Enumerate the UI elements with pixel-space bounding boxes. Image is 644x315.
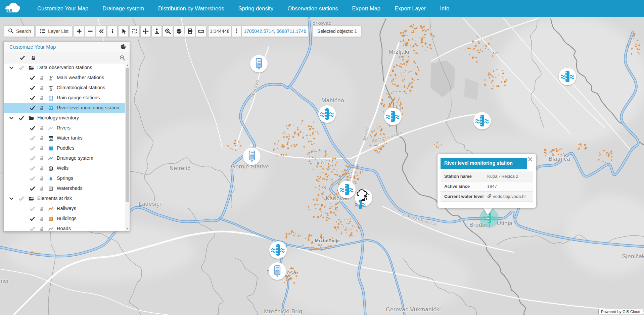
layer-item-rain-gauge-stations[interactable]: Rain gauge stations [4,93,125,103]
lock-icon[interactable] [39,146,44,152]
layer-item-drainage-system[interactable]: Drainage system [4,153,125,163]
street-view-button[interactable] [151,25,162,37]
wells-layer-icon [48,166,54,172]
layer-label: Roads [57,226,71,231]
nav-item-observation-stations[interactable]: Observation stations [280,0,345,17]
layer-item-railways[interactable]: Railways [4,204,125,214]
station-marker-rain[interactable] [243,148,261,165]
visibility-check-icon[interactable] [30,146,35,152]
scale-display[interactable]: 1:144448 [208,25,231,37]
lock-icon[interactable] [39,216,44,222]
visibility-check-icon[interactable] [18,115,24,122]
layer-item-climatological-stations[interactable]: Climatological stations [4,83,125,93]
visibility-check-icon[interactable] [30,176,35,182]
search-label: Search [16,29,31,34]
lock-icon[interactable] [39,176,44,182]
gis-cloud-logo[interactable]: GIS [4,2,23,15]
lock-icon[interactable] [39,125,44,132]
collapse-button[interactable] [96,25,106,37]
layer-item-main-weather-stations[interactable]: Main weather stations [4,73,125,83]
layer-item-river-level-monitoring-station[interactable]: River level monitoring station [4,103,125,113]
measure-button[interactable] [196,25,206,37]
nav-item-drainage-system[interactable]: Drainage system [95,0,151,17]
visibility-check-icon[interactable] [30,156,35,162]
box-select-button[interactable] [129,25,140,37]
attribute-value[interactable]: vodostaji.voda.hr [487,194,526,199]
station-marker-water[interactable] [338,181,356,198]
chevron-down-icon[interactable] [9,65,14,71]
zoom-to-extent-globe-icon[interactable] [120,44,126,51]
station-marker-water[interactable] [559,68,576,85]
layer-group-hidrology-inventory[interactable]: Hidrology inventory [4,113,125,123]
layer-item-water-tanks[interactable]: Water tanks [4,133,125,143]
zoom-to-layer-icon[interactable] [119,55,126,62]
layer-item-watersheds[interactable]: Watersheds [4,183,125,194]
layer-item-buildings[interactable]: Buildings [4,214,125,224]
visibility-check-icon[interactable] [18,196,24,203]
nav-item-spring-density[interactable]: Spring density [231,0,281,17]
nav-item-customize-your-map[interactable]: Customize Your Map [30,0,95,17]
search-button[interactable]: Search [4,25,35,37]
chevron-down-icon[interactable] [9,196,14,202]
nav-item-export-map[interactable]: Export Map [345,0,387,17]
visibility-check-icon[interactable] [30,75,35,82]
info-button[interactable]: i [107,25,118,37]
lock-icon[interactable] [39,95,44,102]
lock-icon[interactable] [39,186,44,192]
layer-item-springs[interactable]: Springs [4,173,125,183]
coordinates-display[interactable]: 1705042.5714, 5688711.1746 [242,25,308,37]
zoom-in-button[interactable] [74,25,84,37]
print-button[interactable] [185,25,195,37]
layer-group-elements-at-risk[interactable]: Elements at risk [4,194,125,204]
place-label-mrzljaki: Mrzljaki [388,49,409,55]
visibility-check-icon[interactable] [30,125,35,132]
toggle-all-lock-icon[interactable] [31,55,36,62]
layer-item-puddles[interactable]: Puddles [4,143,125,153]
globe-button[interactable] [174,25,184,37]
visibility-check-icon[interactable] [30,85,35,92]
visibility-check-icon[interactable] [18,65,24,72]
lock-icon[interactable] [39,156,44,162]
layer-item-roads[interactable]: Roads [4,224,125,231]
nav-item-distribution-by-watersheds[interactable]: Distribution by Watersheds [151,0,231,17]
close-icon[interactable] [527,156,533,162]
visibility-check-icon[interactable] [30,105,35,112]
lock-icon[interactable] [39,105,44,112]
visibility-check-icon[interactable] [30,206,35,213]
visibility-check-icon[interactable] [30,95,35,102]
station-marker-water[interactable] [384,108,402,125]
layer-group-data-observation-stations[interactable]: Data observation stations [4,63,125,73]
panel-scrollbar[interactable]: ▲ ▼ [125,63,130,231]
station-marker-water[interactable] [269,241,287,259]
scrollbar-thumb[interactable] [126,68,129,202]
visibility-check-icon[interactable] [30,166,35,172]
nav-item-info[interactable]: Info [433,0,457,17]
zoom-out-button[interactable] [85,25,95,37]
visibility-check-icon[interactable] [30,186,35,193]
lock-icon[interactable] [39,166,44,172]
lock-icon[interactable] [39,85,44,92]
station-marker-rain[interactable] [250,55,268,72]
visibility-check-icon[interactable] [30,136,35,142]
lock-icon[interactable] [39,206,44,212]
scroll-down-arrow[interactable]: ▼ [125,226,130,231]
pointer-button[interactable] [118,25,129,37]
lock-icon[interactable] [39,226,44,231]
layer-item-rivers[interactable]: Rivers [4,123,125,133]
nav-item-export-layer[interactable]: Export Layer [387,0,433,17]
visibility-check-icon[interactable] [30,216,35,223]
lock-icon[interactable] [39,136,44,142]
station-marker-water[interactable] [318,105,336,123]
lock-icon[interactable] [39,75,44,82]
zoom-box-button[interactable] [163,25,173,37]
more-options-button[interactable] [232,25,241,37]
layer-item-wells[interactable]: Wells [4,163,125,173]
chevron-down-icon[interactable] [9,115,14,122]
station-marker-rain[interactable] [269,262,286,280]
station-marker-water[interactable] [473,112,491,129]
scroll-up-arrow[interactable]: ▲ [125,63,130,67]
toggle-all-visibility-check-icon[interactable] [19,55,25,62]
layer-list-button[interactable]: Layer List [36,25,72,37]
visibility-check-icon[interactable] [30,226,35,231]
pan-button[interactable] [140,25,151,37]
